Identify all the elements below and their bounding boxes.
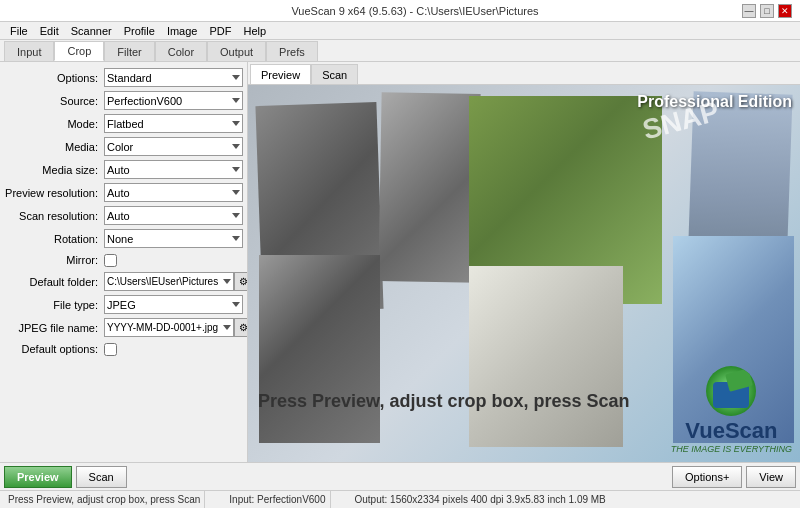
right-panel: Preview Scan Professional Edition [248,62,800,462]
file-type-row: File type: JPEG [0,293,247,316]
menu-file[interactable]: File [4,24,34,38]
default-folder-select[interactable]: C:\Users\IEUser\Pictures [104,272,234,291]
tab-input[interactable]: Input [4,41,54,61]
options-row: Options: Standard [0,66,247,89]
mirror-row: Mirror: [0,250,247,270]
press-preview-text: Press Preview, adjust crop box, press Sc… [258,391,630,412]
statusbar-right-text: Output: 1560x2334 pixels 400 dpi 3.9x5.8… [355,494,606,505]
maximize-button[interactable]: □ [760,4,774,18]
mirror-label: Mirror: [4,254,104,266]
preview-res-label: Preview resolution: [4,187,104,199]
minimize-button[interactable]: — [742,4,756,18]
rotation-select[interactable]: None [104,229,243,248]
main-tabbar: Input Crop Filter Color Output Prefs [0,40,800,62]
scan-res-select[interactable]: Auto [104,206,243,225]
media-row: Media: Color [0,135,247,158]
tab-preview[interactable]: Preview [250,64,311,84]
default-folder-label: Default folder: [4,276,104,288]
preview-tabbar: Preview Scan [248,62,800,85]
file-type-select[interactable]: JPEG [104,295,243,314]
jpeg-filename-label: JPEG file name: [4,322,104,334]
statusbar-left: Press Preview, adjust crop box, press Sc… [4,491,205,508]
source-select[interactable]: PerfectionV600 [104,91,243,110]
scan-res-label: Scan resolution: [4,210,104,222]
vuescan-logo-name: VueScan [685,418,777,444]
source-label: Source: [4,95,104,107]
vuescan-logo-circle [706,366,756,416]
tab-prefs[interactable]: Prefs [266,41,318,61]
jpeg-filename-control: YYYY-MM-DD-0001+.jpg ⚙ [104,318,248,337]
options-label: Options: [4,72,104,84]
media-size-row: Media size: Auto [0,158,247,181]
main-content: Options: Standard Source: PerfectionV600… [0,62,800,462]
menu-pdf[interactable]: PDF [203,24,237,38]
menu-image[interactable]: Image [161,24,204,38]
options-select[interactable]: Standard [104,68,243,87]
default-folder-gear[interactable]: ⚙ [234,272,248,291]
tab-filter[interactable]: Filter [104,41,154,61]
default-options-row: Default options: [0,339,247,359]
close-button[interactable]: ✕ [778,4,792,18]
menu-profile[interactable]: Profile [118,24,161,38]
mode-row: Mode: Flatbed [0,112,247,135]
jpeg-filename-row: JPEG file name: YYYY-MM-DD-0001+.jpg ⚙ [0,316,247,339]
preview-button[interactable]: Preview [4,466,72,488]
left-panel: Options: Standard Source: PerfectionV600… [0,62,248,462]
scan-res-row: Scan resolution: Auto [0,204,247,227]
view-button[interactable]: View [746,466,796,488]
default-options-checkbox[interactable] [104,343,117,356]
menubar: File Edit Scanner Profile Image PDF Help [0,22,800,40]
tab-crop[interactable]: Crop [54,41,104,61]
tab-scan[interactable]: Scan [311,64,358,84]
photo-tile-7 [469,266,624,447]
statusbar-center-text: Input: PerfectionV600 [229,494,325,505]
preview-res-row: Preview resolution: Auto [0,181,247,204]
media-select[interactable]: Color [104,137,243,156]
menu-edit[interactable]: Edit [34,24,65,38]
rotation-label: Rotation: [4,233,104,245]
menu-scanner[interactable]: Scanner [65,24,118,38]
scan-button[interactable]: Scan [76,466,127,488]
media-label: Media: [4,141,104,153]
vuescan-logo: VueScan THE IMAGE IS EVERYTHING [671,366,792,454]
preview-image: Professional Edition SNAP Press Preview,… [248,85,800,462]
jpeg-filename-gear[interactable]: ⚙ [234,318,248,337]
statusbar: Press Preview, adjust crop box, press Sc… [0,490,800,508]
preview-res-select[interactable]: Auto [104,183,243,202]
photo-tile-2 [379,92,482,282]
menu-help[interactable]: Help [237,24,272,38]
source-row: Source: PerfectionV600 [0,89,247,112]
tab-color[interactable]: Color [155,41,207,61]
media-size-select[interactable]: Auto [104,160,243,179]
statusbar-left-text: Press Preview, adjust crop box, press Sc… [8,494,200,505]
jpeg-filename-select[interactable]: YYYY-MM-DD-0001+.jpg [104,318,234,337]
mirror-checkbox[interactable] [104,254,117,267]
titlebar: VueScan 9 x64 (9.5.63) - C:\Users\IEUser… [0,0,800,22]
mode-label: Mode: [4,118,104,130]
rotation-row: Rotation: None [0,227,247,250]
vuescan-logo-tagline: THE IMAGE IS EVERYTHING [671,444,792,454]
photo-tile-5 [259,255,380,444]
media-size-label: Media size: [4,164,104,176]
options-button[interactable]: Options+ [672,466,742,488]
default-options-label: Default options: [4,343,104,355]
statusbar-center: Input: PerfectionV600 [225,491,330,508]
preview-area: Professional Edition SNAP Press Preview,… [248,85,800,462]
default-folder-control: C:\Users\IEUser\Pictures ⚙ [104,272,248,291]
titlebar-title: VueScan 9 x64 (9.5.63) - C:\Users\IEUser… [88,5,742,17]
mode-select[interactable]: Flatbed [104,114,243,133]
tab-output[interactable]: Output [207,41,266,61]
statusbar-right: Output: 1560x2334 pixels 400 dpi 3.9x5.8… [351,491,610,508]
default-folder-row: Default folder: C:\Users\IEUser\Pictures… [0,270,247,293]
bottom-toolbar: Preview Scan Options+ View [0,462,800,490]
file-type-label: File type: [4,299,104,311]
titlebar-controls: — □ ✕ [742,4,792,18]
